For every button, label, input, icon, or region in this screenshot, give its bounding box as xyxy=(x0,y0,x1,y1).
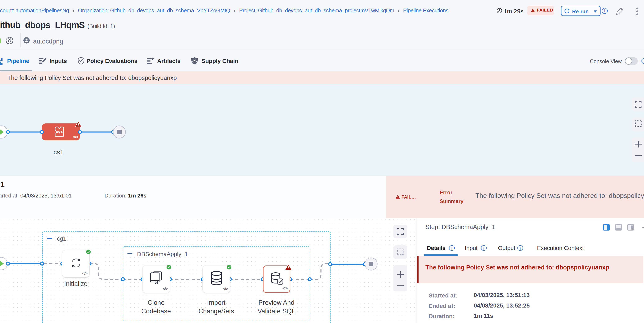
svg-text:</>: </> xyxy=(73,135,78,139)
svg-text:</>: </> xyxy=(57,130,63,134)
svg-text:cs1: cs1 xyxy=(54,149,64,156)
